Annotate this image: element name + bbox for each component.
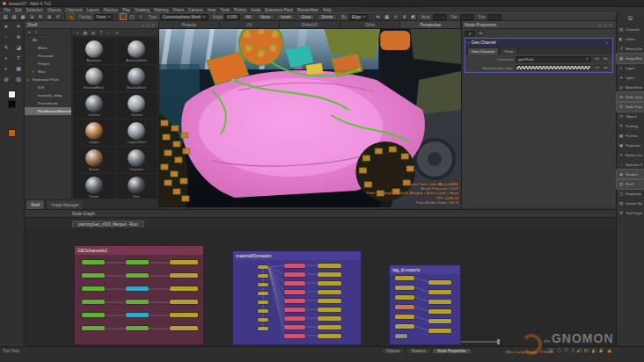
graph-node[interactable] [284,281,305,286]
graph-node[interactable] [258,265,268,269]
node-list-button[interactable]: ▾ [477,31,485,36]
select-tool[interactable]: ➤ [1,22,11,32]
foreground-color-swatch[interactable] [8,90,16,98]
shelf-thumbnail-pewter[interactable]: Pewter [73,174,115,199]
clone-stamp-tool[interactable]: ▦ [13,64,24,74]
graph-node[interactable] [428,290,451,294]
list-view-icon[interactable]: ▤ [91,31,96,35]
graph-node[interactable] [395,276,414,280]
menu-filters[interactable]: Filters [171,8,187,12]
graph-node[interactable] [284,334,305,338]
menu-camera[interactable]: Camera [187,8,205,12]
graph-node[interactable] [284,308,305,312]
facing-select[interactable]: Front▼ [94,14,113,20]
shelf-thumbnail-brushedsteel[interactable]: BrushedSteel [116,65,158,91]
shelf-thumbnail-copperworn[interactable]: CopperWorn [116,119,158,146]
graph-node[interactable] [395,305,414,309]
graph-node[interactable] [82,260,105,264]
palette-tab-lights[interactable]: ✦Lights [617,73,644,83]
graph-node[interactable] [126,326,149,330]
channels-select[interactable]: geoThick ▼ [516,56,591,62]
palette-tab-node-graph[interactable]: ⊞Node Graph [617,92,644,102]
graph-node[interactable] [170,300,198,304]
np-tab-node[interactable]: Node [500,47,518,54]
edit-icon[interactable]: ✎ [602,56,610,62]
reset-icon[interactable]: ↺ [593,56,601,62]
near-field[interactable] [433,14,447,20]
text-filter-icon[interactable]: T [99,31,104,35]
close-icon[interactable]: ✕ [604,40,610,45]
menu-play[interactable]: Play [121,8,133,12]
graph-node[interactable] [170,273,198,278]
palette-tab-python-console[interactable]: ≻Python Console [617,150,644,160]
marquee-select-tool[interactable]: ▫ [1,33,11,42]
viewport-tab-ortho-uv[interactable]: Ortho/UV [280,21,340,28]
refresh-icon[interactable]: ↻ [582,348,589,354]
palette-tab-channels[interactable]: ▤Channels [617,25,644,34]
graph-node[interactable] [428,329,451,333]
palette-tab-selection-groups[interactable]: ▫Selection Groups [617,160,644,170]
close-icon[interactable]: ✕ [150,23,156,27]
viewport-tab-projects[interactable]: Projects [159,21,220,28]
palette-tab-painting[interactable]: ✎Painting [617,121,644,131]
paint-through-tool[interactable]: ▨ [13,75,24,84]
swap-icon[interactable]: ▴ [602,65,610,70]
search-icon[interactable]: ○ [106,31,112,35]
lasso-select-icon[interactable]: ◯ [128,13,135,20]
graph-node[interactable] [284,316,305,321]
graph-node[interactable] [126,273,149,278]
graph-node[interactable] [258,274,268,278]
toolbar-button-none[interactable]: None [257,14,275,20]
shelf-thumbnail-steel[interactable]: Steel [116,174,158,199]
paint-brush-icon[interactable]: ✎ [68,13,75,20]
graph-node[interactable] [82,326,105,330]
graph-node[interactable] [82,313,105,317]
shelf-tree-item-personal[interactable]: -Personal [25,52,71,60]
graph-node[interactable] [258,292,268,295]
geo-channel-group-header[interactable]: ▾ Geo-Channel ✕ [465,39,612,47]
transform-tool[interactable]: ✛ [13,22,24,32]
graph-node[interactable] [82,300,105,304]
cache-status-icon[interactable]: ● [574,348,581,354]
save-icon[interactable]: ▦ [19,13,26,20]
graph-node[interactable] [126,260,149,264]
shelf-tree-item-rendermanmaterials[interactable]: -RendermanMaterials [25,107,71,115]
add-item-icon[interactable]: + [75,31,80,35]
menu-patches[interactable]: Patches [101,8,121,12]
graph-node[interactable] [126,300,149,304]
graph-node[interactable] [284,299,305,303]
backdrop-geochannels1[interactable]: GEOchannels1 [74,245,204,345]
shelf-tree-item-project[interactable]: -Project [25,60,71,68]
graph-node[interactable] [395,334,407,338]
palette-tab-tool-properties[interactable]: ⚒Tool Properties [617,208,644,218]
shade-mode-icon[interactable]: ◩ [410,13,417,20]
palette-tab-patches[interactable]: ▩Patches [617,131,644,141]
color-picker-icon[interactable]: ⌖ [593,65,601,70]
graph-node[interactable] [318,325,341,329]
shelf-thumbnail-gunmetal[interactable]: Gunmetal [116,147,158,173]
menu-edit[interactable]: Edit [12,8,24,12]
palette-tab-colors[interactable]: ◧Colors [617,34,644,44]
shelf-thumbnail-chrome[interactable]: Chrome [116,92,158,119]
graph-node[interactable] [284,290,305,294]
import-icon[interactable]: ⇲ [28,13,35,20]
graph-node[interactable] [258,309,268,313]
shelf-thumbnail-aluminumdark[interactable]: AluminumDark [116,38,158,64]
export-icon[interactable]: ⇱ [37,13,44,20]
far-field[interactable] [460,14,474,20]
new-project-icon[interactable]: ▤ [2,13,9,20]
np-tab-geo-channel[interactable]: Geo-Channel [467,47,499,54]
palette-tab-objects[interactable]: ◳Objects [617,112,644,121]
viewport-tab-ortho[interactable]: Ortho [340,21,401,28]
graph-node[interactable] [170,260,198,264]
graph-node[interactable] [318,264,341,268]
angle-field[interactable]: 0.000 [224,14,239,20]
graph-node[interactable] [126,313,149,317]
right-dock-tab-objects[interactable]: Objects [381,348,405,353]
zoom-tool[interactable]: ⊕ [13,33,24,42]
shelf-tree-item-ids[interactable]: -IDS [25,83,71,91]
graph-node[interactable] [428,319,451,323]
copy-icon[interactable]: ⧉ [46,13,53,20]
snapshot-icon[interactable]: ▣ [606,348,612,354]
graph-node[interactable] [395,295,414,300]
